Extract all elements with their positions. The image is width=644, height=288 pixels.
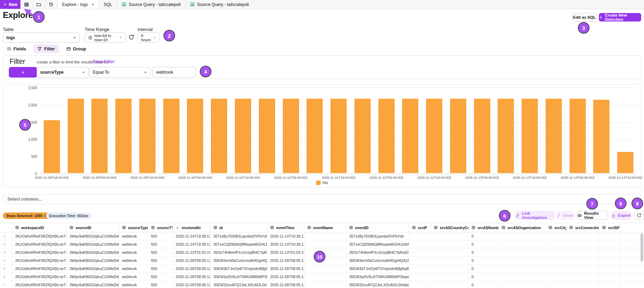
table-cell-srcASNumber: 0: [469, 273, 499, 281]
bar-slot: [518, 99, 542, 173]
table-cell-srcASOrganization: [499, 265, 546, 272]
link-icon: [556, 213, 561, 218]
add-filter-button[interactable]: [9, 67, 37, 78]
time-range-select[interactable]: now-6d to now+1h: [85, 32, 126, 43]
column-header-srcASOrganization[interactable]: srcASOrganization: [499, 223, 546, 232]
column-header-srcISP[interactable]: srcISP: [599, 223, 621, 232]
results-view-button[interactable]: Results View: [577, 211, 608, 220]
column-header-srcASCountryCode[interactable]: srcASCountryCode: [431, 223, 469, 232]
hits-bar: [378, 99, 395, 173]
table-cell-receivedAt: 2025-11-14T19:38:13Z: [173, 232, 211, 240]
tab-label: Source Query - tailscalepoll: [197, 2, 249, 7]
table-cell-srcASNumber: 0: [469, 240, 499, 248]
table-cell-srcASNumber: 0: [469, 257, 499, 264]
create-new-detection-button[interactable]: Create New Detection: [599, 13, 641, 22]
table-cell-srcASOrganization: [499, 249, 546, 256]
column-header-srcConnectionType[interactable]: srcConnectionType: [566, 223, 599, 232]
column-header-label: receivedAt: [182, 226, 201, 230]
table-cell-sourceTTL: 550: [148, 257, 173, 264]
table-cell-srcIP: [409, 273, 431, 281]
column-header-workspaceID[interactable]: workspaceID: [12, 223, 67, 232]
hits-bar: [115, 99, 132, 173]
table-cell-sourceTTL: 550: [148, 232, 173, 240]
table-cell-sourceTTL: 550: [148, 240, 173, 248]
filter-field-value: sourceType: [40, 70, 63, 75]
table-cell-receivedAt: 2025-11-13T01:02:15Z: [173, 249, 211, 256]
create-new-detection-label: Create New Detection: [605, 13, 641, 22]
filter-operator-value: Equal To: [93, 70, 109, 75]
table-cell-srcIP: [409, 240, 431, 248]
column-header-srcCity[interactable]: srcCity: [546, 223, 566, 232]
export-label: Export: [618, 213, 631, 217]
filter-value-input[interactable]: [152, 67, 196, 78]
table-cell-id: 35EW3ZooATQ13eLXDcAOLGln6pL: [211, 281, 267, 288]
tab-source-query-tailscalepoll[interactable]: Source Query - tailscalepoll: [117, 0, 186, 9]
column-header-id[interactable]: id: [211, 223, 267, 232]
table-row[interactable]: 22KUOdhvRReF5RZfQX8ILneT4fSd2lkfqv9aKB0G…: [0, 240, 644, 249]
clear-filter-link[interactable]: Clear Filter: [92, 59, 115, 64]
column-header-eventName[interactable]: eventName: [304, 223, 346, 232]
table-row[interactable]: 72KUOdhvRReF5RZfQX8ILneT4fSd2lkfqv9aKB0G…: [0, 281, 644, 288]
interval-select[interactable]: 6 hours: [138, 32, 159, 43]
tab-source-query-tailscalepoll[interactable]: Source Query - tailscalepoll: [186, 0, 254, 9]
table-cell-eventTime: 2025-11-09T08:05:12Z: [267, 265, 304, 272]
x-axis-tick-label: 2025-11-14T18:00:00Z: [608, 176, 642, 179]
hits-bar: [44, 120, 60, 173]
table-row[interactable]: 12KUOdhvRReF5RZfQX8ILneT4fSd2lkfqv9aKB0G…: [0, 232, 644, 240]
bar-slot: [135, 99, 159, 173]
table-cell-id: 35EW3enS5kCoGcmslK8GgHIQ4z2: [211, 257, 267, 264]
hits-bar: [522, 99, 538, 173]
table-cell-eventTime: 2025-11-09T08:05:13Z: [267, 257, 304, 264]
tab-fields[interactable]: Fields: [3, 44, 30, 53]
column-header-sourceID[interactable]: sourceID: [67, 223, 119, 232]
explore-page: New Explore - logs×SQLSource Query - tai…: [0, 0, 644, 288]
row-number: 6: [0, 273, 12, 281]
column-header-receivedAt[interactable]: receivedAt: [173, 223, 211, 232]
column-header-label: sourceType: [128, 226, 148, 230]
interval-label: Interval: [138, 27, 153, 32]
table-cell-srcIP: [409, 249, 431, 256]
select-columns-input[interactable]: [3, 194, 641, 204]
table-row[interactable]: 62KUOdhvRReF5RZfQX8ILneT4fSd2lkfqv9aKB0G…: [0, 273, 644, 281]
table-cell-srcISP: [599, 232, 621, 240]
column-header-sourceTTL[interactable]: sourceTTL: [148, 223, 173, 232]
table-cell-sourceID: 2lkfqv9aKB0G3qhuZJ1NlleDtAS: [67, 273, 119, 281]
column-header-label: srcCity: [554, 226, 566, 230]
bar-slot: [88, 99, 112, 173]
column-header-srcIP[interactable]: srcIP: [409, 223, 431, 232]
link-investigation-button[interactable]: Link Investigation: [515, 211, 555, 220]
tab-explore-logs[interactable]: Explore - logs×: [57, 0, 99, 9]
close-icon[interactable]: ×: [91, 2, 94, 7]
history-icon[interactable]: [45, 0, 57, 9]
table-select[interactable]: logs: [3, 32, 80, 43]
edit-as-sql-button[interactable]: Edit as SQL: [572, 13, 597, 22]
export-button[interactable]: Export: [611, 211, 631, 220]
column-header-sourceType[interactable]: sourceType: [119, 223, 148, 232]
tab-filter[interactable]: Filter: [34, 44, 59, 53]
table-cell-srcCity: [546, 265, 566, 272]
table-row[interactable]: 52KUOdhvRReF5RZfQX8ILneT4fSd2lkfqv9aKB0G…: [0, 265, 644, 273]
refresh-time-range-icon[interactable]: [128, 34, 134, 40]
new-button[interactable]: New: [0, 0, 20, 9]
interval-value: 6 hours: [141, 33, 151, 42]
share-button[interactable]: Share: [557, 211, 573, 220]
column-header-srcASNumber[interactable]: srcASNumber: [469, 223, 499, 232]
table-cell-sourceID: 2lkfqv9aKB0G3qhuZJ1NlleDtAS: [67, 232, 119, 240]
table-cell-srcISP: [599, 249, 621, 256]
tab-group[interactable]: Group: [62, 44, 90, 53]
table-cell-filler: [621, 273, 640, 281]
table-cell-srcISP: [599, 240, 621, 248]
column-header-eventID[interactable]: eventID: [346, 223, 409, 232]
bar-slot: [446, 99, 470, 173]
table-scrollbar-thumb[interactable]: [640, 233, 643, 262]
filter-operator-select[interactable]: Equal To: [89, 67, 151, 78]
chart-bars: [40, 87, 637, 173]
filter-field-select[interactable]: sourceType: [37, 67, 89, 78]
tab-sql[interactable]: SQL: [99, 0, 117, 9]
column-header-eventTime[interactable]: eventTime: [267, 223, 304, 232]
table-cell-srcIP: [409, 232, 431, 240]
refresh-results-button[interactable]: [634, 211, 644, 220]
table-cell-srcConnectionType: [566, 257, 599, 264]
column-grid-icon: [122, 226, 126, 229]
column-grid-icon: [307, 226, 311, 229]
